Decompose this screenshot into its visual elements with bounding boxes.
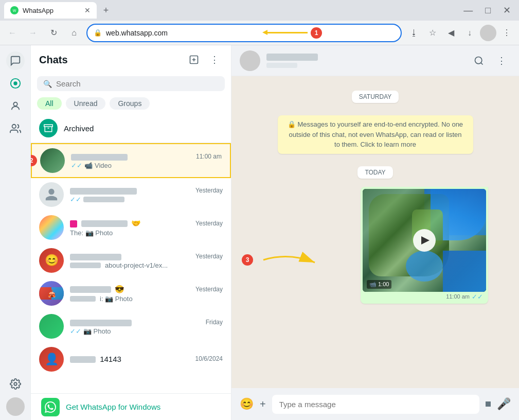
chat-top-3: 🤝 Yesterday [70, 219, 223, 228]
tick-6: ✓✓ [70, 327, 81, 335]
chat-menu-button[interactable]: ⋮ [206, 51, 223, 68]
minimize-button[interactable]: — [459, 4, 477, 17]
emoji-3: 🤝 [131, 219, 141, 227]
reload-button[interactable]: ↻ [45, 25, 62, 41]
chat-top-5: 😎 Yesterday [70, 285, 223, 294]
filter-unread-button[interactable]: Unread [66, 97, 106, 110]
chat-more-button[interactable]: ⋮ [492, 51, 511, 70]
profile-button[interactable] [480, 25, 496, 41]
tick-icon-1: ✓✓ [71, 162, 82, 169]
chat-preview-6: ✓✓ 📷 Photo [70, 327, 223, 335]
attach-button[interactable]: + [260, 398, 266, 410]
chat-list: Archived 2 11:00 am [31, 114, 231, 393]
play-icon [421, 236, 429, 244]
sidebar-item-channels[interactable] [6, 97, 25, 115]
filter-groups-button[interactable]: Groups [110, 97, 150, 110]
tab-close-button[interactable]: ✕ [84, 6, 91, 14]
user-avatar[interactable] [6, 397, 25, 416]
new-chat-button[interactable] [186, 51, 202, 68]
system-message[interactable]: 🔒 Messages to yourself are end-to-end en… [262, 115, 488, 154]
annotation-3-wrap: 3 [242, 247, 320, 273]
address-bar[interactable]: 🔒 web.whatsapp.com [86, 24, 402, 42]
chat-item-7[interactable]: 👤 14143 10/6/2024 [31, 343, 231, 376]
chat-avatar-4: 😊 [39, 248, 64, 273]
date-chip-saturday: SATURDAY [352, 91, 399, 103]
chat-item-3[interactable]: 🤝 Yesterday The: 📷 Photo [31, 211, 231, 244]
chat-item-1[interactable]: 11:00 am ✓✓ 📹 Video [31, 143, 231, 178]
filter-all-button[interactable]: All [37, 97, 62, 110]
search-bar[interactable]: 🔍 [37, 76, 225, 91]
emoji-button[interactable]: 😊 [240, 397, 254, 411]
chat-preview-2: ✓✓ [70, 196, 223, 203]
message-input[interactable] [272, 395, 479, 414]
preview-blurred-2 [83, 197, 124, 202]
name-text-7: 14143 [100, 355, 121, 363]
downloads-button[interactable]: ↓ [461, 25, 478, 41]
preview-text-5: i: 📷 Photo [100, 295, 133, 303]
close-window-button[interactable]: ✕ [499, 4, 515, 17]
get-wa-banner[interactable]: Get WhatsApp for Windows [31, 393, 231, 420]
chat-preview-4: about-project-v1/ex... [70, 261, 223, 269]
sidebar-item-communities[interactable] [6, 119, 25, 138]
bookmark-button[interactable]: ☆ [424, 25, 441, 41]
contact-name-blurred [266, 54, 318, 61]
new-tab-button[interactable]: + [99, 3, 113, 18]
maximize-button[interactable]: □ [481, 4, 495, 17]
chat-contact-avatar[interactable] [240, 50, 260, 71]
browser-tab[interactable]: W WhatsApp ✕ [4, 2, 97, 19]
annotation-badge-1: 1 [311, 27, 322, 39]
menu-button[interactable]: ⋮ [498, 25, 515, 41]
chat-top-1: 11:00 am [71, 152, 222, 161]
url-text: web.whatsapp.com [106, 29, 395, 37]
mic-button[interactable]: 🎤 [497, 397, 511, 411]
video-play-button[interactable] [413, 229, 436, 252]
chat-name-2 [70, 186, 137, 195]
chat-list-panel: Chats ⋮ 🔍 All Unread Groups [31, 45, 231, 420]
wa-icon [41, 398, 60, 416]
dot-indicator [486, 401, 491, 407]
chat-top-7: 14143 10/6/2024 [70, 355, 223, 363]
chat-time-5: Yesterday [195, 286, 223, 293]
chat-header: ⋮ [231, 45, 519, 76]
sidebar-bottom [6, 375, 25, 416]
chat-info-3: 🤝 Yesterday The: 📷 Photo [70, 219, 223, 237]
chat-search-button[interactable] [470, 51, 488, 70]
chat-preview-1: ✓✓ 📹 Video [71, 162, 222, 169]
sidebar-item-status[interactable] [6, 74, 25, 93]
extensions-button[interactable]: ◀ [443, 25, 459, 41]
chat-item-6[interactable]: Friday ✓✓ 📷 Photo [31, 310, 231, 343]
video-message[interactable]: 📹 1:00 11:00 am ✓✓ [361, 187, 488, 304]
svg-point-10 [475, 57, 482, 63]
back-button[interactable]: ← [4, 25, 21, 41]
chat-header-info [266, 54, 463, 68]
video-camera-icon: 📹 [369, 281, 377, 288]
tab-favicon: W [10, 6, 19, 14]
home-button[interactable]: ⌂ [66, 25, 82, 41]
search-input[interactable] [56, 79, 219, 88]
video-thumbnail[interactable]: 📹 1:00 [363, 189, 486, 292]
sidebar-item-chats[interactable] [6, 51, 25, 70]
video-duration: 📹 1:00 [367, 280, 391, 289]
msg-ticks: ✓✓ [472, 293, 483, 301]
preview-blurred-5 [70, 296, 96, 302]
get-wa-text[interactable]: Get WhatsApp for Windows [66, 402, 160, 411]
settings-button[interactable] [6, 375, 25, 393]
annotation-badge-2-wrap: 2 [31, 155, 37, 166]
messages-area[interactable]: SATURDAY 🔒 Messages to yourself are end-… [231, 76, 519, 388]
chat-item-5[interactable]: 🎪 😎 Yesterday i: 📷 Photo [31, 277, 231, 310]
archived-item[interactable]: Archived [31, 114, 231, 143]
chat-item-4[interactable]: 😊 Yesterday about-project-v1/ex... [31, 244, 231, 277]
chat-name-7: 14143 [70, 355, 121, 363]
forward-button[interactable]: → [25, 25, 41, 41]
screen-cast-button[interactable]: ⭳ [406, 25, 422, 41]
arrow-annotation-1: 1 [266, 27, 322, 39]
security-icon: 🔒 [94, 29, 102, 37]
chat-item-2[interactable]: Yesterday ✓✓ [31, 178, 231, 211]
video-message-wrap: 3 [262, 187, 488, 304]
svg-point-3 [14, 82, 17, 85]
svg-text:W: W [13, 9, 16, 12]
chat-time-1: 11:00 am [196, 153, 222, 160]
chat-preview-5: i: 📷 Photo [70, 295, 223, 303]
date-today: TODAY [262, 166, 488, 179]
app-sidebar [0, 45, 31, 420]
